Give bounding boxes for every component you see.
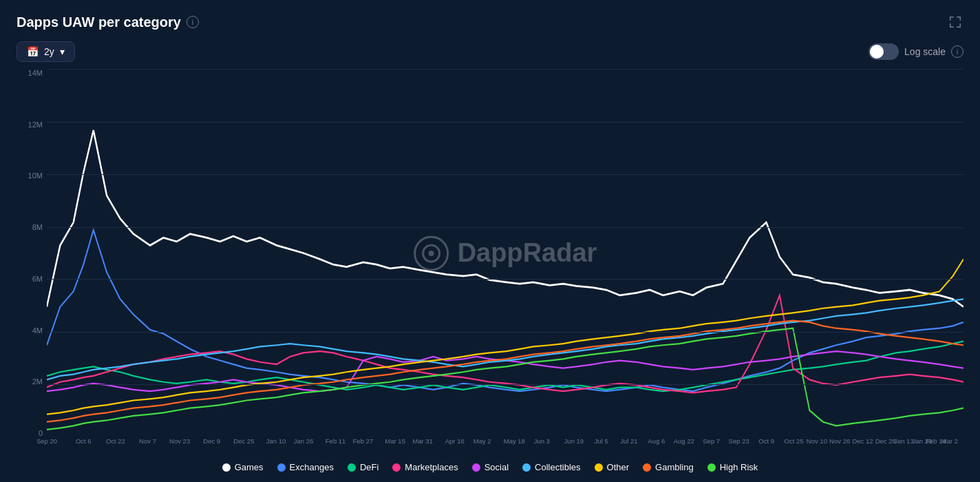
log-scale-info-icon[interactable]: i [951, 45, 963, 58]
x-label: Nov 7 [139, 437, 156, 445]
log-scale-label: Log scale [904, 46, 946, 57]
y-label-6m: 6M [32, 275, 43, 283]
grid-lines [47, 69, 963, 437]
x-label: Jan 26 [294, 437, 314, 445]
legend-item-other: Other [595, 462, 630, 472]
time-period-selector[interactable]: 📅 2y ▾ [17, 41, 75, 62]
y-axis: 14M 12M 10M 8M 6M 4M 2M 0 [17, 69, 47, 437]
dashboard-container: Dapps UAW per category i 📅 2y ▾ [0, 0, 980, 482]
x-label: Jul 21 [620, 437, 637, 445]
legend-dot-other [595, 463, 603, 472]
y-label-10m: 10M [28, 171, 43, 180]
x-label: Apr 16 [445, 437, 465, 445]
y-label-0: 0 [39, 429, 43, 437]
legend-label-highrisk: High Risk [720, 462, 758, 472]
chart-legend: Games Exchanges DeFi Marketplaces Social… [17, 458, 963, 475]
page-title: Dapps UAW per category [17, 14, 181, 30]
expand-icon[interactable] [947, 14, 963, 30]
legend-item-social: Social [472, 462, 509, 472]
legend-label-collectibles: Collectibles [535, 462, 580, 472]
legend-dot-gambling [643, 463, 651, 472]
title-info-icon[interactable]: i [187, 16, 199, 28]
legend-label-defi: DeFi [360, 462, 379, 472]
legend-item-exchanges: Exchanges [277, 462, 334, 472]
x-label: Oct 25 [785, 437, 804, 445]
legend-dot-social [472, 463, 480, 472]
legend-label-social: Social [484, 462, 509, 472]
x-label: Aug 22 [674, 437, 694, 445]
legend-dot-defi [348, 463, 356, 472]
legend-dot-collectibles [522, 463, 531, 472]
legend-label-marketplaces: Marketplaces [405, 462, 458, 472]
legend-label-exchanges: Exchanges [290, 462, 334, 472]
x-axis: Sep 20 Oct 6 Oct 22 Nov 7 Nov 23 Dec 9 D… [47, 437, 963, 458]
legend-label-other: Other [607, 462, 630, 472]
title-row: Dapps UAW per category i [17, 14, 199, 30]
x-label: Mar 2 [941, 437, 958, 445]
y-label-2m: 2M [32, 377, 43, 386]
x-label: May 2 [473, 437, 491, 445]
x-label: Dec 25 [233, 437, 254, 445]
x-label: Jun 19 [564, 437, 584, 445]
svg-rect-5 [950, 23, 951, 28]
legend-item-marketplaces: Marketplaces [392, 462, 458, 472]
legend-dot-highrisk [707, 463, 716, 472]
x-label: Feb 11 [326, 437, 346, 445]
x-label: Jun 3 [534, 437, 550, 445]
x-label: Jul 5 [595, 437, 608, 445]
x-label: Oct 22 [106, 437, 125, 445]
y-label-14m: 14M [28, 69, 43, 77]
calendar-icon: 📅 [27, 46, 39, 57]
x-label: Dec 28 [875, 437, 896, 445]
x-label: Jan 10 [266, 437, 286, 445]
x-label: May 18 [504, 437, 525, 445]
legend-label-games: Games [235, 462, 264, 472]
x-label: Oct 9 [758, 437, 774, 445]
chart-body: DappRadar [47, 69, 963, 437]
x-label: Nov 10 [807, 437, 827, 445]
y-label-4m: 4M [32, 326, 43, 335]
x-label: Jan 13 [894, 437, 914, 445]
x-label: Mar 31 [412, 437, 433, 445]
x-label: Nov 26 [829, 437, 850, 445]
svg-rect-7 [960, 23, 961, 28]
legend-dot-exchanges [277, 463, 286, 472]
x-label: Nov 23 [169, 437, 190, 445]
chevron-down-icon: ▾ [60, 46, 65, 57]
time-period-value: 2y [44, 46, 54, 57]
log-scale-control: Log scale i [869, 43, 963, 60]
legend-dot-games [222, 463, 231, 472]
log-scale-toggle[interactable] [869, 43, 899, 60]
controls-row: 📅 2y ▾ Log scale i [17, 41, 963, 62]
x-label: Sep 23 [729, 437, 749, 445]
header: Dapps UAW per category i [17, 14, 963, 30]
legend-dot-marketplaces [392, 463, 401, 472]
chart-area: 14M 12M 10M 8M 6M 4M 2M 0 [17, 69, 963, 458]
legend-label-gambling: Gambling [655, 462, 694, 472]
svg-rect-1 [950, 17, 951, 21]
svg-rect-3 [960, 17, 961, 21]
x-label: Dec 12 [852, 437, 873, 445]
x-label: Oct 6 [76, 437, 92, 445]
legend-item-games: Games [222, 462, 264, 472]
x-label: Aug 6 [648, 437, 665, 445]
x-label: Dec 9 [203, 437, 220, 445]
legend-item-gambling: Gambling [643, 462, 694, 472]
legend-item-defi: DeFi [348, 462, 379, 472]
legend-item-collectibles: Collectibles [522, 462, 580, 472]
toggle-knob [870, 45, 884, 59]
x-label: Sep 20 [36, 437, 57, 445]
legend-item-highrisk: High Risk [707, 462, 758, 472]
x-label: Feb 27 [353, 437, 374, 445]
x-label: Sep 7 [703, 437, 720, 445]
y-label-8m: 8M [32, 223, 43, 231]
x-label: Mar 15 [385, 437, 405, 445]
y-label-12m: 12M [28, 120, 43, 129]
